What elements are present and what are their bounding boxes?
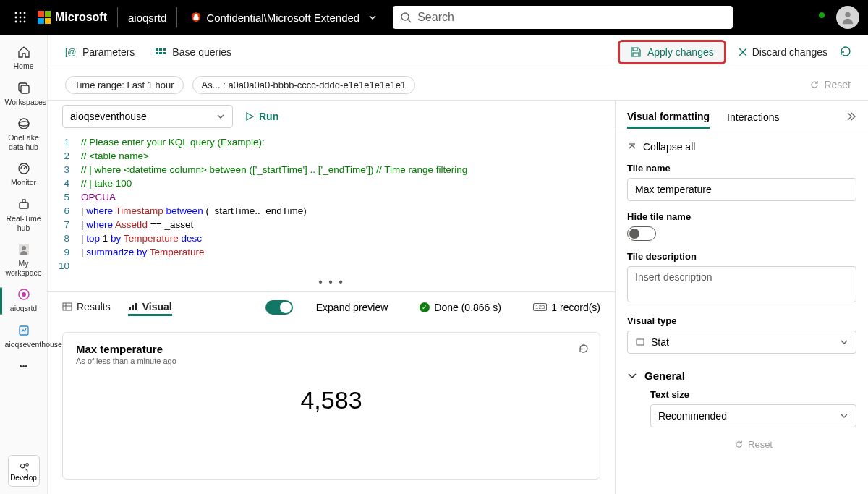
- expand-label: Expand preview: [316, 302, 388, 313]
- general-section[interactable]: General: [627, 370, 856, 382]
- svg-line-10: [408, 20, 411, 22]
- expand-toggle[interactable]: [265, 300, 293, 315]
- discard-changes-button[interactable]: Discard changes: [738, 46, 827, 58]
- chevron-down-icon: [627, 371, 637, 381]
- rail-more[interactable]: •••: [4, 355, 44, 382]
- base-queries-button[interactable]: Base queries: [155, 46, 231, 58]
- close-icon: [738, 47, 748, 57]
- rail-my-workspace[interactable]: My workspace: [4, 238, 44, 283]
- rail-workspaces[interactable]: Workspaces: [4, 77, 44, 113]
- app-launcher-icon[interactable]: [9, 6, 32, 29]
- record-count: 1231 record(s): [533, 302, 600, 313]
- divider: [117, 7, 118, 27]
- tile-value: 4,583: [300, 386, 362, 414]
- svg-rect-37: [129, 307, 131, 310]
- divider: [176, 7, 177, 27]
- svg-rect-30: [163, 48, 166, 51]
- editor-panel: aioqseventhouse Run 1// Please enter you…: [48, 101, 615, 494]
- svg-point-4: [20, 17, 22, 19]
- tile-refresh-button[interactable]: [578, 343, 590, 354]
- svg-point-2: [24, 12, 26, 14]
- main: [@]Parameters Base queries Apply changes…: [48, 35, 868, 494]
- tab-results[interactable]: Results: [62, 301, 111, 314]
- microsoft-icon: [38, 11, 51, 24]
- svg-point-15: [19, 122, 29, 126]
- sensitivity-selector[interactable]: Confidential\Microsoft Extended: [190, 12, 377, 24]
- svg-point-21: [22, 246, 26, 250]
- visual-type-label: Visual type: [627, 315, 856, 326]
- tile-desc-input[interactable]: [627, 266, 856, 302]
- workspace-name[interactable]: aioqsrtd: [128, 12, 166, 24]
- nav-rail: Home Workspaces OneLake data hub Monitor…: [0, 35, 48, 494]
- parameters-button[interactable]: [@]Parameters: [65, 46, 135, 58]
- tile-name-label: Tile name: [627, 163, 856, 174]
- svg-rect-41: [637, 339, 644, 345]
- app-header: Microsoft aioqsrtd Confidential\Microsof…: [0, 0, 868, 35]
- brand-label: Microsoft: [55, 11, 107, 24]
- develop-icon: [17, 461, 30, 474]
- tile-area: Max temperature As of less than a minute…: [48, 322, 615, 494]
- tab-interactions[interactable]: Interactions: [727, 105, 779, 127]
- rail-home[interactable]: Home: [4, 41, 44, 77]
- tile-name-input[interactable]: [627, 178, 856, 201]
- svg-rect-28: [156, 48, 158, 51]
- develop-button[interactable]: Develop: [8, 455, 40, 487]
- svg-point-26: [25, 463, 28, 466]
- refresh-button[interactable]: [839, 45, 854, 59]
- avatar[interactable]: [836, 6, 859, 29]
- rail-eventhouse[interactable]: aioqseventhouse: [4, 319, 44, 355]
- kql-editor[interactable]: 1// Please enter your KQL query (Example…: [48, 132, 615, 278]
- resize-grip[interactable]: • • •: [48, 278, 615, 291]
- svg-point-14: [19, 119, 29, 129]
- reset-icon: [734, 440, 744, 449]
- svg-line-17: [24, 166, 26, 169]
- svg-point-5: [24, 17, 26, 19]
- svg-rect-29: [159, 48, 162, 51]
- panel-tabs: Visual formatting Interactions: [616, 101, 868, 132]
- asset-pill[interactable]: As... : a0a0a0a0-bbbb-cccc-dddd-e1e1e1e1…: [192, 76, 416, 94]
- formatting-panel: Visual formatting Interactions Collapse …: [615, 101, 868, 494]
- person-icon: [17, 242, 31, 257]
- record-icon: 123: [533, 303, 547, 311]
- rail-onelake[interactable]: OneLake data hub: [4, 112, 44, 157]
- svg-rect-32: [159, 52, 162, 54]
- table-icon: [62, 302, 72, 312]
- time-range-pill[interactable]: Time range: Last 1 hour: [65, 76, 184, 94]
- text-size-select[interactable]: Recommended: [650, 404, 856, 427]
- apply-changes-button[interactable]: Apply changes: [618, 40, 726, 64]
- tab-visual[interactable]: Visual: [128, 299, 172, 316]
- svg-rect-31: [156, 52, 158, 54]
- tab-visual-formatting[interactable]: Visual formatting: [627, 104, 710, 129]
- shield-icon: [190, 12, 202, 23]
- microsoft-logo: Microsoft: [38, 11, 107, 24]
- parameters-icon: [@]: [65, 46, 77, 58]
- svg-rect-34: [63, 303, 72, 310]
- section-reset-button: Reset: [650, 439, 856, 450]
- eventhouse-icon: [17, 323, 31, 338]
- panel-expand-icon[interactable]: [845, 111, 856, 122]
- svg-point-1: [20, 12, 22, 14]
- status: ✓Done (0.866 s): [420, 302, 501, 313]
- svg-point-3: [15, 17, 17, 19]
- chevron-down-icon: [840, 412, 848, 420]
- stat-tile: Max temperature As of less than a minute…: [62, 332, 600, 480]
- rail-aioqsrtd[interactable]: aioqsrtd: [4, 283, 44, 319]
- toolbar-primary: [@]Parameters Base queries Apply changes…: [48, 35, 868, 69]
- svg-rect-33: [163, 52, 166, 54]
- reset-icon: [809, 80, 820, 90]
- hide-tile-toggle[interactable]: [627, 226, 656, 241]
- presence-dot: [817, 11, 826, 20]
- rail-realtime[interactable]: Real-Time hub: [4, 193, 44, 238]
- svg-point-6: [15, 21, 17, 23]
- svg-rect-38: [132, 305, 134, 310]
- search-placeholder: Search: [417, 11, 454, 24]
- search-input[interactable]: Search: [393, 6, 733, 29]
- hide-tile-label: Hide tile name: [627, 211, 856, 222]
- collapse-all-button[interactable]: Collapse all: [627, 141, 856, 153]
- database-selector[interactable]: aioqseventhouse: [62, 105, 233, 128]
- visual-type-select[interactable]: Stat: [627, 331, 856, 354]
- rail-monitor[interactable]: Monitor: [4, 157, 44, 193]
- sensitivity-label: Confidential\Microsoft Extended: [206, 12, 359, 24]
- run-button[interactable]: Run: [244, 111, 278, 122]
- chevron-down-icon: [216, 112, 225, 121]
